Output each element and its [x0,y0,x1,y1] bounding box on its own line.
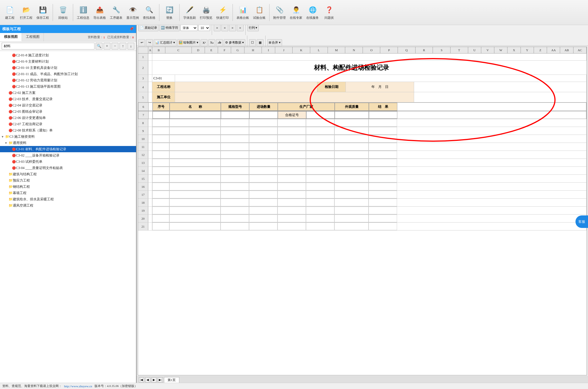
tree-item-c3-water[interactable]: 📁 建筑给水、排水及采暖工程 [0,196,136,202]
tree-item-c3-04[interactable]: 🔴 C3-04 ____质量证明文件粘贴表 [0,165,136,171]
cell-14-6[interactable] [306,167,334,174]
cell-12-rest[interactable] [397,151,587,159]
tree-item-c2-06[interactable]: 🔴 C2-06 设计变更通知单 [0,115,136,121]
cell-19-1[interactable] [152,207,169,214]
cell-15-rest[interactable] [397,175,587,182]
cell-19-a[interactable] [148,207,152,214]
tree-item-c2-01-8[interactable]: 🔴 C2-01-8 施工进度计划 [0,52,136,58]
tree-item-c2-02[interactable]: 🔴 C2-02 施工方案 [0,90,136,96]
cell-13-a[interactable] [148,159,152,166]
cell-1-a[interactable] [148,53,152,60]
cell-20-3[interactable] [221,215,249,222]
cell-10-4[interactable] [249,135,277,143]
toolbar-problem[interactable]: ❓ 问题状 [322,2,336,23]
cell-13-4[interactable] [249,159,277,166]
toolbar-print-preview[interactable]: 🖨️ 打印预览 [199,2,213,23]
cell-3-code[interactable]: C3-01 [152,75,175,82]
toolbar-online-expert[interactable]: 👨‍💼 在线专家 [289,2,303,23]
toolbar-save[interactable]: 💾 保存工程 [35,2,50,23]
toolbar-find[interactable]: 🔍 查找表格 [142,2,157,23]
toolbar-open[interactable]: 📂 打开工程 [19,2,34,23]
cell-13-2[interactable] [169,159,221,166]
cell-9-2[interactable] [169,127,221,135]
cell-12-2[interactable] [169,151,221,159]
cell-8-4[interactable] [249,119,277,127]
cell-8-1[interactable] [152,119,169,127]
cell-14-1[interactable] [152,167,169,174]
cell-7-5[interactable] [306,111,335,119]
cell-18-4[interactable] [249,199,277,206]
cell-1-rest[interactable] [152,53,587,60]
font-size-select[interactable]: 89101112 [198,25,210,31]
cell-11-1[interactable] [152,143,169,151]
cell-19-rest[interactable] [397,207,587,214]
tree-item-c3-steel[interactable]: 📁 钢结构工程 [0,184,136,190]
cell-17-3[interactable] [221,191,249,198]
ref-data-btn[interactable]: ⚙ 参考数据 ▾ [224,39,245,46]
cell-2-a[interactable] [148,61,152,75]
tree-item-c2-01-11[interactable]: 🔴 C2-01-11 成品、半成品、构配件加工计划 [0,71,136,77]
tree-item-c3-03[interactable]: 🔴 C3-03 试样委托单 [0,159,136,165]
cell-7-7[interactable] [369,111,397,119]
cell-8-2[interactable] [169,119,221,127]
sheet-area[interactable]: A B C D E F G H I J K L M N O P Q [138,47,587,375]
cell-19-3[interactable] [221,207,249,214]
cell-13-7[interactable] [334,159,369,166]
cell-15-3[interactable] [221,175,249,182]
original-record-btn[interactable]: 📄 原始记录 [138,25,159,31]
toolbar-attachment[interactable]: 📎 附件管理 [272,2,287,23]
cell-5-unit-input[interactable] [175,92,414,102]
cell-17-6[interactable] [306,191,334,198]
cell-11-8[interactable] [369,143,397,151]
cell-18-8[interactable] [369,199,397,206]
cell-6-a[interactable] [149,103,153,111]
cell-17-5[interactable] [277,191,306,198]
cell-16-1[interactable] [152,183,169,190]
page-prev-btn[interactable]: ◀ [145,377,150,382]
cell-21-1[interactable] [152,223,169,230]
toolbar-build[interactable]: 🔧 工序建表 [109,2,124,23]
tree-item-c3-hvac[interactable]: 📁 通风空调工程 [0,202,136,209]
cell-17-8[interactable] [369,191,397,198]
cell-20-2[interactable] [169,215,221,222]
cell-19-4[interactable] [249,207,277,214]
cell-7-a[interactable] [149,111,153,119]
align-justify-btn[interactable]: ≡ [237,25,244,31]
strikethrough-btn[interactable]: ab̶ [216,39,223,46]
tab-project[interactable]: 工程视图 [22,33,44,41]
cell-10-6[interactable] [306,135,334,143]
cell-13-1[interactable] [152,159,169,166]
cell-14-a[interactable] [148,167,152,174]
cell-11-5[interactable] [277,143,306,151]
cell-14-5[interactable] [277,167,306,174]
cell-7-6[interactable] [335,111,369,119]
cell-14-7[interactable] [334,167,369,174]
summary-btn[interactable]: 📊 汇总统计 ▾ [154,39,176,46]
cell-12-1[interactable] [152,151,169,159]
page-next-btn[interactable]: ▶ [151,377,157,382]
toolbar-replace[interactable]: 🔄 替换 [162,2,177,23]
cell-15-a[interactable] [148,175,152,182]
tree-item-c2-01-10[interactable]: 🔴 C2-01-10 主要机具设备计划 [0,65,136,71]
toolbar-show[interactable]: 👁️ 显示范例 [125,2,140,23]
cell-21-a[interactable] [148,223,152,230]
cell-11-4[interactable] [249,143,277,151]
cell-16-a[interactable] [148,183,152,190]
cell-13-rest[interactable] [397,159,587,166]
cell-6-rest[interactable] [397,103,586,111]
tree-item-c3-building[interactable]: 📁 建筑与结构工程 [0,171,136,177]
cell-21-2[interactable] [169,223,221,230]
tab-template[interactable]: 模板视图 [0,33,22,41]
cell-17-4[interactable] [249,191,277,198]
cell-9-8[interactable] [369,127,397,135]
tree-item-c2-01-9[interactable]: 🔴 C2-01-9 主要材料计划 [0,58,136,65]
cell-21-rest[interactable] [397,223,587,230]
sheet-title[interactable]: 材料、构配件进场检验记录 [152,61,551,75]
cell-21-4[interactable] [249,223,277,230]
cell-12-8[interactable] [369,151,397,159]
cell-8-6[interactable] [306,119,334,127]
cell-10-rest[interactable] [397,135,587,143]
cell-5-a[interactable] [148,92,152,102]
border-btn[interactable]: ☐ [249,39,256,46]
cell-4-a[interactable] [148,82,152,92]
